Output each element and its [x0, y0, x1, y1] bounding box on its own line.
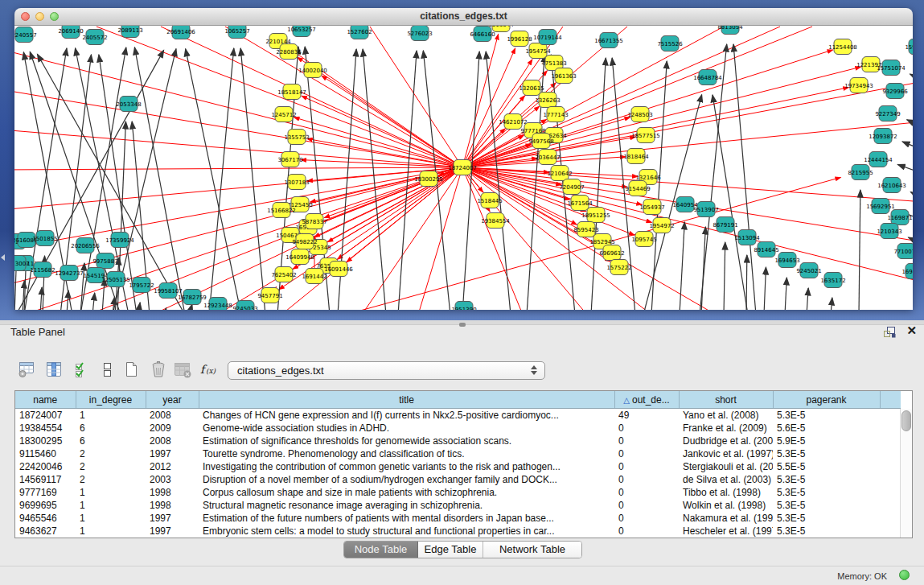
black-edge[interactable] — [713, 95, 748, 310]
table-cell[interactable]: 2009 — [146, 422, 199, 435]
graph-node-selected[interactable]: 2036447 — [535, 150, 560, 165]
black-edge[interactable] — [138, 303, 140, 310]
graph-node[interactable]: 1635172 — [820, 273, 845, 288]
table-cell[interactable]: 5.3E-5 — [773, 473, 880, 486]
minimize-window-button[interactable] — [35, 12, 44, 21]
graph-node-selected[interactable]: 9154469 — [625, 181, 650, 196]
table-cell[interactable]: 5.3E-5 — [773, 447, 880, 460]
graph-node-selected[interactable]: 19734943 — [844, 78, 873, 93]
graph-node[interactable]: 12093872 — [869, 129, 897, 144]
black-edge[interactable] — [902, 142, 913, 150]
table-cell[interactable]: 5.9E-5 — [773, 435, 880, 447]
close-panel-icon[interactable]: ✕ — [906, 323, 917, 338]
graph-node[interactable]: 7710073 — [893, 244, 913, 259]
graph-node[interactable]: 20206556 — [71, 238, 100, 253]
table-cell[interactable]: 0 — [614, 422, 679, 435]
red-edge[interactable] — [14, 167, 462, 210]
table-cell[interactable]: 2008 — [146, 435, 199, 447]
graph-node[interactable]: 8679191 — [713, 217, 737, 233]
graph-node[interactable]: 2053348 — [116, 97, 141, 112]
graph-node[interactable]: 17359924 — [105, 233, 134, 248]
table-row[interactable]: 2242004622012Investigating the contribut… — [15, 460, 901, 473]
graph-node-selected[interactable]: 14002040 — [298, 63, 327, 78]
red-edge[interactable] — [14, 49, 462, 167]
black-edge[interactable] — [907, 120, 913, 128]
graph-node-selected[interactable]: 1355753 — [284, 130, 309, 145]
table-row[interactable]: 911546021997Tourette syndrome. Phenomeno… — [15, 447, 901, 460]
red-edge[interactable] — [14, 167, 462, 170]
black-edge[interactable] — [764, 267, 766, 310]
table-cell[interactable]: 22420046 — [15, 460, 76, 473]
graph-node[interactable]: 15692951 — [866, 199, 895, 214]
table-row[interactable]: 1872400712008Changes of HCN gene express… — [15, 409, 901, 422]
table-cell[interactable]: 1 — [76, 512, 146, 525]
graph-node[interactable]: 2089113 — [117, 26, 142, 38]
table-cell[interactable]: 1997 — [146, 447, 199, 460]
table-cell[interactable]: 2003 — [146, 473, 199, 486]
red-edge[interactable] — [294, 117, 462, 167]
graph-node[interactable]: 1795722 — [129, 278, 154, 293]
row-height-icon[interactable] — [97, 359, 117, 380]
graph-node[interactable]: 16671355 — [594, 33, 623, 48]
tab-network-table[interactable]: Network Table — [483, 542, 581, 558]
table-cell[interactable]: 1 — [76, 499, 146, 512]
black-edge[interactable] — [910, 192, 913, 200]
graph-node-selected[interactable]: 9457791 — [257, 288, 282, 303]
table-cell[interactable]: Genome-wide association studies in ADHD. — [199, 422, 614, 435]
column-header-year[interactable]: year — [146, 391, 199, 409]
window-titlebar[interactable]: citations_edges.txt — [14, 8, 913, 26]
table-cell[interactable]: 1 — [76, 525, 146, 538]
table-cell[interactable]: Stergiakouli et al. (2012) — [679, 460, 773, 473]
table-cell[interactable]: 9463627 — [15, 525, 76, 538]
table-cell[interactable]: 1 — [76, 486, 146, 499]
graph-node-selected[interactable]: 6969612 — [599, 245, 624, 261]
black-edge[interactable] — [462, 51, 479, 310]
table-cell[interactable]: 2008 — [146, 409, 199, 422]
graph-node-selected[interactable]: 5878337 — [302, 214, 326, 229]
graph-node-selected[interactable]: 3067170 — [277, 152, 302, 167]
table-cell[interactable]: 9115460 — [15, 447, 76, 460]
table-cell[interactable]: Dudbridge et al. (2008) — [679, 435, 773, 447]
table-cell[interactable]: 0 — [614, 499, 679, 512]
black-edge[interactable] — [240, 48, 265, 310]
red-edge[interactable] — [307, 138, 462, 167]
table-cell[interactable]: 1998 — [146, 499, 199, 512]
table-cell[interactable]: 1997 — [146, 512, 199, 525]
table-cell[interactable]: 9777169 — [15, 486, 76, 499]
graph-node[interactable]: 9975887 — [92, 253, 117, 269]
panel-splitter[interactable] — [0, 320, 924, 325]
table-cell[interactable]: 0 — [614, 447, 679, 460]
graph-node-selected[interactable]: 1210642 — [547, 166, 572, 181]
graph-node-selected[interactable]: 1996128 — [507, 31, 532, 47]
table-cell[interactable]: 0 — [614, 512, 679, 525]
graph-node[interactable]: 6466160 — [470, 27, 495, 42]
graph-node[interactable]: 9329966 — [882, 84, 908, 99]
table-cell[interactable]: 5.5E-5 — [773, 460, 880, 473]
table-cell[interactable]: Changes of HCN gene expression and I(f) … — [199, 409, 614, 422]
graph-node-selected[interactable]: 18518147 — [277, 84, 306, 100]
graph-node-selected[interactable]: 1961363 — [551, 68, 576, 84]
graph-node-selected[interactable]: 1326263 — [535, 93, 560, 108]
table-cell[interactable]: 5.3E-5 — [773, 499, 880, 512]
table-cell[interactable]: Corpus callosum shape and size in male p… — [199, 486, 614, 499]
black-edge[interactable] — [40, 287, 42, 310]
black-edge[interactable] — [724, 242, 725, 310]
graph-node[interactable]: 16210643 — [877, 178, 906, 193]
black-edge[interactable] — [785, 278, 786, 310]
column-header-name[interactable]: name — [15, 391, 76, 409]
table-cell[interactable]: 2 — [76, 473, 146, 486]
table-row[interactable]: 1456911722003Disruption of a novel membe… — [15, 473, 901, 486]
black-edge[interactable] — [113, 49, 176, 310]
black-edge[interactable] — [910, 74, 913, 81]
table-cell[interactable]: Franke et al. (2009) — [679, 422, 773, 435]
black-edge[interactable] — [733, 44, 756, 310]
table-row[interactable]: 1938455462009Genome-wide association stu… — [15, 422, 901, 435]
black-edge[interactable] — [746, 255, 747, 310]
graph-node[interactable]: 9245021 — [796, 263, 821, 278]
column-header-out_de[interactable]: △out_de... — [614, 391, 679, 409]
table-settings-icon[interactable] — [16, 359, 37, 380]
black-edge[interactable] — [102, 278, 105, 310]
black-edge[interactable] — [680, 222, 684, 310]
splitter-handle-icon[interactable] — [459, 323, 466, 327]
table-cell[interactable]: Structural magnetic resonance image aver… — [199, 499, 614, 512]
